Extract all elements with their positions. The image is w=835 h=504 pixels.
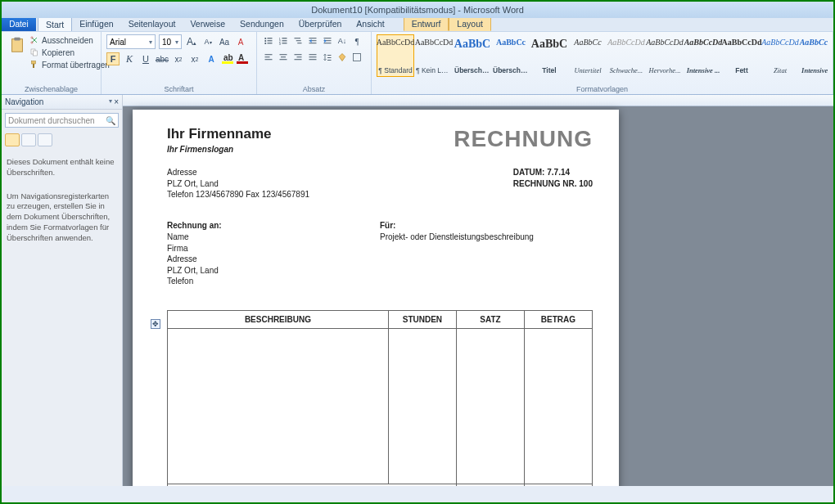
italic-button[interactable]: K: [123, 52, 136, 65]
for-block[interactable]: Für: Projekt- oder Dienstleistungsbeschr…: [380, 220, 568, 287]
multilevel-list-button[interactable]: [291, 34, 305, 47]
bullets-button[interactable]: [262, 34, 275, 47]
navigation-search-input[interactable]: Dokument durchsuchen 🔍: [5, 113, 119, 128]
document-page[interactable]: Ihr Firmenname Ihr Firmenslogan RECHNUNG…: [133, 110, 619, 486]
svg-rect-7: [33, 64, 34, 68]
company-address[interactable]: Adresse PLZ Ort, Land Telefon 123/456789…: [167, 167, 309, 200]
svg-rect-32: [280, 54, 287, 55]
document-canvas[interactable]: Ihr Firmenname Ihr Firmenslogan RECHNUNG…: [123, 95, 833, 486]
change-case-button[interactable]: Aa: [218, 35, 231, 48]
invoice-table[interactable]: BESCHREIBUNG STUNDEN SATZ BETRAG GESAMTL: [167, 310, 593, 487]
tab-seitenlayout[interactable]: Seitenlayout: [121, 16, 183, 31]
tab-einfuegen[interactable]: Einfügen: [72, 16, 120, 31]
tab-ansicht[interactable]: Ansicht: [349, 16, 391, 31]
th-description[interactable]: BESCHREIBUNG: [168, 310, 389, 328]
font-size-combo[interactable]: 10▾: [159, 34, 182, 49]
style-item[interactable]: AaBbCcDdZitat: [761, 34, 799, 77]
svg-rect-39: [309, 56, 317, 57]
svg-rect-19: [282, 43, 287, 43]
horizontal-ruler[interactable]: [123, 95, 833, 106]
show-marks-button[interactable]: ¶: [350, 34, 363, 47]
style-item[interactable]: AaBbCcDd¶ Standard: [377, 34, 414, 77]
strikethrough-button[interactable]: abc: [156, 52, 169, 65]
borders-button[interactable]: [350, 51, 363, 64]
style-item[interactable]: AaBbCcDdFett: [723, 34, 761, 77]
company-name[interactable]: Ihr Firmenname: [167, 126, 272, 142]
style-item[interactable]: AaBbCcDd¶ Kein Lee...: [415, 34, 453, 77]
paragraph-group-label: Absatz: [262, 83, 366, 93]
style-item[interactable]: AaBbCcDdIntensives...: [800, 34, 828, 77]
nav-tab-results[interactable]: [38, 133, 52, 146]
company-slogan[interactable]: Ihr Firmenslogan: [167, 145, 272, 154]
decrease-indent-button[interactable]: [306, 34, 319, 47]
style-item[interactable]: AaBbCcDdSchwache...: [607, 34, 645, 77]
chevron-down-icon[interactable]: ▾: [109, 97, 112, 106]
increase-indent-button[interactable]: [321, 34, 334, 47]
align-center-button[interactable]: [277, 51, 290, 64]
font-family-combo[interactable]: Arial▾: [106, 34, 156, 49]
text-effects-button[interactable]: A: [205, 52, 218, 65]
nav-tab-pages[interactable]: [21, 133, 36, 146]
numbering-button[interactable]: 123: [277, 34, 290, 47]
th-amount[interactable]: BETRAG: [524, 310, 592, 328]
tab-tabletools-layout[interactable]: Layout: [449, 16, 491, 31]
group-paragraph: 123 A↓ ¶ Absatz: [257, 32, 372, 94]
style-item[interactable]: AaBbCcDdIntensive ...: [684, 34, 722, 77]
bold-button[interactable]: F: [106, 52, 120, 65]
tab-verweise[interactable]: Verweise: [183, 16, 232, 31]
tab-start[interactable]: Start: [38, 16, 72, 31]
font-color-button[interactable]: A: [236, 53, 247, 65]
shading-button[interactable]: [336, 51, 349, 64]
group-styles: AaBbCcDd¶ StandardAaBbCcDd¶ Kein Lee...A…: [372, 32, 833, 94]
nav-tab-headings[interactable]: [5, 133, 20, 146]
tab-file[interactable]: Datei: [2, 16, 36, 31]
svg-rect-42: [327, 57, 332, 58]
invoice-title[interactable]: RECHNUNG: [454, 126, 593, 152]
copy-button[interactable]: Kopieren: [28, 47, 111, 58]
styles-gallery[interactable]: AaBbCcDd¶ StandardAaBbCcDd¶ Kein Lee...A…: [377, 34, 828, 83]
invoice-meta[interactable]: DATUM: 7.7.14 RECHNUNG NR. 100: [513, 167, 593, 189]
th-hours[interactable]: STUNDEN: [388, 310, 456, 328]
format-painter-button[interactable]: Format übertragen: [28, 59, 111, 70]
line-spacing-button[interactable]: [321, 51, 334, 64]
tab-sendungen[interactable]: Sendungen: [232, 16, 291, 31]
search-placeholder: Dokument durchsuchen: [8, 116, 95, 125]
shrink-font-button[interactable]: A▾: [201, 35, 214, 48]
workspace: Navigation ▾ × Dokument durchsuchen 🔍 Di…: [2, 95, 833, 486]
navigation-tabs: [5, 133, 119, 148]
justify-button[interactable]: [306, 51, 319, 64]
superscript-button[interactable]: x2: [188, 52, 201, 65]
style-item[interactable]: AaBbCcUntertitel: [569, 34, 607, 77]
tab-tabletools-entwurf[interactable]: Entwurf: [404, 16, 449, 31]
style-item[interactable]: AaBbCcDdHervorhe...: [646, 34, 684, 77]
table-move-handle-icon[interactable]: ✥: [151, 319, 160, 329]
close-icon[interactable]: ×: [114, 97, 119, 106]
grow-font-button[interactable]: A▴: [185, 35, 198, 48]
tab-ueberpruefen[interactable]: Überprüfen: [291, 16, 350, 31]
style-item[interactable]: AaBbCcÜberschrif...: [492, 34, 530, 77]
svg-rect-35: [295, 54, 302, 55]
table-row[interactable]: [168, 328, 593, 484]
align-left-button[interactable]: [262, 51, 275, 64]
total-value[interactable]: [524, 484, 592, 486]
bill-to-block[interactable]: Rechnung an: Name Firma Adresse PLZ Ort,…: [167, 220, 355, 287]
paste-button[interactable]: [7, 34, 28, 56]
sort-button[interactable]: A↓: [336, 34, 349, 47]
svg-rect-38: [309, 54, 317, 55]
svg-rect-1: [14, 38, 20, 41]
highlight-color-button[interactable]: ab: [221, 53, 232, 65]
style-item[interactable]: AaBbCTitel: [530, 34, 568, 77]
subscript-button[interactable]: x2: [172, 52, 185, 65]
navigation-title: Navigation: [5, 97, 43, 106]
style-item[interactable]: AaBbCÜberschrif...: [454, 34, 491, 77]
th-rate[interactable]: SATZ: [456, 310, 524, 328]
group-clipboard: Ausschneiden Kopieren Format übertragen …: [2, 32, 102, 94]
title-bar: Dokument10 [Kompatibilitätsmodus] - Micr…: [2, 2, 833, 18]
svg-rect-20: [295, 38, 301, 38]
svg-rect-0: [12, 39, 23, 52]
cut-button[interactable]: Ausschneiden: [28, 34, 111, 46]
align-right-button[interactable]: [291, 51, 305, 64]
clear-formatting-button[interactable]: A: [234, 35, 247, 48]
underline-button[interactable]: U: [139, 52, 152, 65]
total-row[interactable]: GESAMTL: [168, 484, 593, 486]
